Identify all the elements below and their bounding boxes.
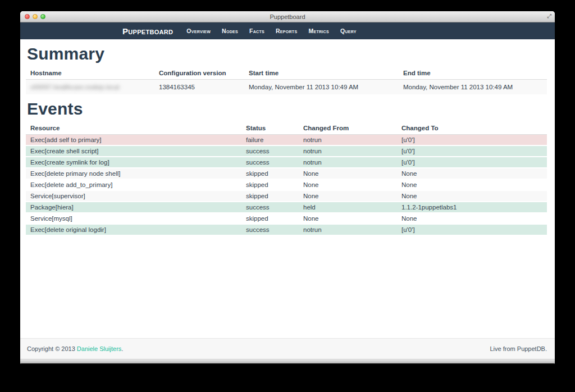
changed-to-cell: [u'0'] [397,145,547,157]
events-header-row: Resource Status Changed From Changed To [26,122,547,135]
summary-header-row: Hostname Configuration version Start tim… [26,67,547,80]
footer: Copyright © 2013 Daniele Sluijters. Live… [20,338,555,359]
event-row: Service[mysql]skippedNoneNone [26,213,547,224]
window-titlebar[interactable]: Puppetboard ⤢ [20,11,555,22]
events-col-resource: Resource [26,122,241,135]
nav-item-facts[interactable]: Facts [244,22,270,39]
navbar-brand[interactable]: Puppetboard [122,26,173,36]
changed-from-cell: None [299,168,397,179]
main-content: Summary Hostname Configuration version S… [20,39,555,338]
resource-cell: Service[supervisor] [26,190,241,202]
changed-from-cell: None [299,213,397,224]
resource-cell: Exec[delete original logdir] [26,224,241,235]
changed-from-cell: held [299,202,397,213]
event-row: Exec[create shell script]successnotrun[u… [26,145,547,157]
nav-item-query[interactable]: Query [335,22,362,39]
events-col-changed-from: Changed From [299,122,397,135]
event-row: Package[hiera]successheld1.1.2-1puppetla… [26,202,547,213]
window-bottom-edge [20,359,555,364]
resource-cell: Exec[create shell script] [26,145,241,157]
resource-cell: Exec[delete primary node shell] [26,168,241,179]
changed-from-cell: notrun [299,157,397,168]
summary-col-end-time: End time [399,67,547,80]
traffic-lights [25,11,45,22]
nav-item-metrics[interactable]: Metrics [303,22,335,39]
events-col-status: Status [241,122,299,135]
event-row: Exec[delete primary node shell]skippedNo… [26,168,547,179]
changed-to-cell: [u'0'] [397,224,547,235]
nav-item-overview[interactable]: Overview [181,22,216,39]
changed-from-cell: notrun [299,224,397,235]
status-cell: success [241,157,299,168]
changed-to-cell: None [397,168,547,179]
resource-cell: Exec[add self to primary] [26,135,241,146]
fullscreen-resize-icon[interactable]: ⤢ [547,13,551,20]
event-row: Exec[delete add_to_primary]skippedNoneNo… [26,179,547,190]
changed-to-cell: None [397,179,547,190]
changed-to-cell: None [397,213,547,224]
close-button[interactable] [25,14,30,19]
redacted-hostname: v00097.healthcare.nodejs.local [30,84,120,90]
event-row: Service[supervisor]skippedNoneNone [26,190,547,202]
summary-col-config-version: Configuration version [154,67,244,80]
event-row: Exec[delete original logdir]successnotru… [26,224,547,235]
summary-table: Hostname Configuration version Start tim… [26,67,547,94]
copyright-text: Copyright © 2013 Daniele Sluijters. [27,345,123,352]
browser-window: Puppetboard ⤢ Puppetboard OverviewNodesF… [20,11,555,364]
events-table: Resource Status Changed From Changed To … [26,122,547,235]
nav-item-reports[interactable]: Reports [270,22,303,39]
minimize-button[interactable] [33,14,38,19]
summary-col-start-time: Start time [244,67,399,80]
resource-cell: Service[mysql] [26,213,241,224]
status-cell: skipped [241,190,299,202]
nav-item-nodes[interactable]: Nodes [216,22,244,39]
navbar: Puppetboard OverviewNodesFactsReportsMet… [20,22,555,39]
changed-from-cell: None [299,179,397,190]
puppetdb-status-text: Live from PuppetDB. [490,345,547,352]
changed-to-cell: None [397,190,547,202]
copyright-prefix: Copyright © 2013 [27,345,77,352]
changed-to-cell: [u'0'] [397,135,547,146]
status-cell: success [241,145,299,157]
config-version-cell: 1384163345 [154,80,244,95]
copyright-suffix: . [121,345,123,352]
changed-to-cell: 1.1.2-1puppetlabs1 [397,202,547,213]
resource-cell: Package[hiera] [26,202,241,213]
hostname-cell: v00097.healthcare.nodejs.local [26,80,154,95]
event-row: Exec[add self to primary]failurenotrun[u… [26,135,547,146]
summary-heading: Summary [27,44,547,63]
changed-from-cell: notrun [299,135,397,146]
summary-col-hostname: Hostname [26,67,154,80]
status-cell: success [241,224,299,235]
window-title: Puppetboard [20,13,555,20]
end-time-cell: Monday, November 11 2013 10:49 AM [399,80,547,95]
status-cell: failure [241,135,299,146]
changed-from-cell: notrun [299,145,397,157]
status-cell: skipped [241,213,299,224]
resource-cell: Exec[delete add_to_primary] [26,179,241,190]
status-cell: success [241,202,299,213]
navbar-menu: OverviewNodesFactsReportsMetricsQuery [181,22,362,39]
status-cell: skipped [241,179,299,190]
events-heading: Events [27,99,547,118]
events-col-changed-to: Changed To [397,122,547,135]
author-link[interactable]: Daniele Sluijters [77,345,121,352]
zoom-button[interactable] [40,14,45,19]
changed-from-cell: None [299,190,397,202]
resource-cell: Exec[create symlink for log] [26,157,241,168]
start-time-cell: Monday, November 11 2013 10:49 AM [244,80,399,95]
status-cell: skipped [241,168,299,179]
summary-row: v00097.healthcare.nodejs.local 138416334… [26,80,547,95]
changed-to-cell: [u'0'] [397,157,547,168]
event-row: Exec[create symlink for log]successnotru… [26,157,547,168]
